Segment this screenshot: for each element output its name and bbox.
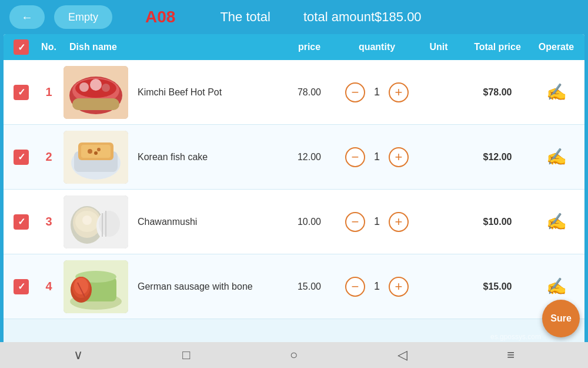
table-row: 4 German sausage with bone 15.00 − 1 + $…: [4, 254, 584, 319]
row-image-3: [64, 195, 128, 248]
main-content: No. Dish name price quantity Unit Total …: [4, 34, 584, 348]
col-header-unit: Unit: [415, 42, 462, 52]
row-price-3: 10.00: [280, 217, 339, 227]
svg-point-4: [79, 82, 89, 92]
svg-point-14: [97, 148, 101, 151]
qty-increase-2[interactable]: +: [389, 147, 409, 167]
row-total-price-4: $15.00: [462, 281, 533, 292]
row-checkbox-2[interactable]: [14, 150, 29, 165]
watermark: es.gpossys.com: [490, 333, 541, 341]
row-dish-name-1: Kimchi Beef Hot Pot: [135, 87, 280, 98]
table-header: No. Dish name price quantity Unit Total …: [4, 34, 584, 60]
row-dish-name-2: Korean fish cake: [135, 152, 280, 163]
row-checkbox-col: [8, 214, 34, 230]
row-qty-control-1: − 1 +: [339, 82, 415, 102]
svg-point-15: [94, 151, 98, 155]
bottom-nav: ∨ □ ○ ◁ ≡: [0, 342, 588, 368]
qty-decrease-4[interactable]: −: [345, 277, 365, 297]
nav-circle[interactable]: ○: [290, 347, 298, 363]
svg-point-13: [88, 149, 92, 154]
qty-value-1: 1: [370, 86, 384, 98]
row-checkbox-3[interactable]: [14, 214, 29, 230]
row-edit-4[interactable]: ✍: [533, 277, 580, 296]
row-qty-control-2: − 1 +: [339, 147, 415, 167]
svg-rect-7: [72, 98, 119, 110]
row-qty-control-4: − 1 +: [339, 277, 415, 297]
row-edit-3[interactable]: ✍: [533, 212, 580, 231]
row-image-1: [64, 66, 128, 119]
nav-menu[interactable]: ≡: [507, 347, 514, 363]
qty-decrease-3[interactable]: −: [345, 212, 365, 232]
qty-value-4: 1: [370, 280, 384, 293]
table-row: 1 Kimchi Beef Hot Pot 78.00 − 1 + $78.00…: [4, 60, 584, 125]
select-all-checkbox[interactable]: [14, 39, 29, 55]
qty-increase-3[interactable]: +: [389, 212, 409, 232]
row-price-1: 78.00: [280, 87, 339, 98]
qty-increase-1[interactable]: +: [389, 82, 409, 102]
table-id: A08: [145, 8, 175, 26]
qty-decrease-2[interactable]: −: [345, 147, 365, 167]
empty-button[interactable]: Empty: [54, 5, 112, 29]
row-price-2: 12.00: [280, 152, 339, 163]
col-header-quantity: quantity: [339, 42, 415, 52]
row-number-2: 2: [34, 150, 64, 164]
qty-value-2: 1: [370, 151, 384, 163]
qty-increase-4[interactable]: +: [389, 277, 409, 297]
table-row: 3 Chawanmushi 10.00 − 1 + $10.00 ✍: [4, 190, 584, 254]
row-dish-name-3: Chawanmushi: [135, 217, 280, 227]
row-checkbox-col: [8, 150, 34, 165]
sure-button[interactable]: Sure: [542, 300, 580, 337]
table-row: 2 Korean fish cake 12.00 − 1 + $12.00 ✍: [4, 125, 584, 190]
row-edit-2[interactable]: ✍: [533, 147, 580, 167]
row-number-1: 1: [34, 85, 64, 99]
nav-chevron-down[interactable]: ∨: [74, 347, 83, 363]
col-header-total-price: Total price: [462, 42, 533, 52]
row-total-price-3: $10.00: [462, 217, 533, 227]
row-checkbox-4[interactable]: [14, 279, 29, 294]
row-checkbox-col: [8, 279, 34, 294]
nav-square[interactable]: □: [182, 347, 190, 363]
row-number-4: 4: [34, 280, 64, 293]
col-header-operate: Operate: [533, 42, 580, 52]
row-edit-1[interactable]: ✍: [533, 82, 580, 102]
svg-point-5: [90, 79, 102, 91]
row-price-4: 15.00: [280, 281, 339, 292]
header-checkbox-col: [8, 39, 34, 55]
back-button[interactable]: ←: [9, 5, 45, 29]
svg-point-20: [82, 216, 92, 225]
total-label: The total: [220, 9, 270, 25]
qty-decrease-1[interactable]: −: [345, 82, 365, 102]
row-total-price-1: $78.00: [462, 87, 533, 98]
row-total-price-2: $12.00: [462, 152, 533, 163]
svg-point-6: [102, 84, 110, 92]
col-header-price: price: [280, 42, 339, 52]
qty-value-3: 1: [370, 216, 384, 228]
table-body: 1 Kimchi Beef Hot Pot 78.00 − 1 + $78.00…: [4, 60, 584, 348]
col-header-no: No.: [34, 42, 64, 52]
nav-back[interactable]: ◁: [397, 347, 407, 363]
row-checkbox-col: [8, 85, 34, 100]
row-qty-control-3: − 1 +: [339, 212, 415, 232]
row-image-4: [64, 260, 128, 313]
row-checkbox-1[interactable]: [14, 85, 29, 100]
row-image-2: [64, 131, 128, 184]
row-number-3: 3: [34, 215, 64, 228]
row-dish-name-4: German sausage with bone: [135, 281, 280, 292]
total-amount: total amount$185.00: [303, 9, 422, 25]
svg-point-31: [74, 278, 88, 294]
col-header-dish-name: Dish name: [64, 42, 280, 52]
top-bar: ← Empty A08 The total total amount$185.0…: [0, 0, 588, 34]
